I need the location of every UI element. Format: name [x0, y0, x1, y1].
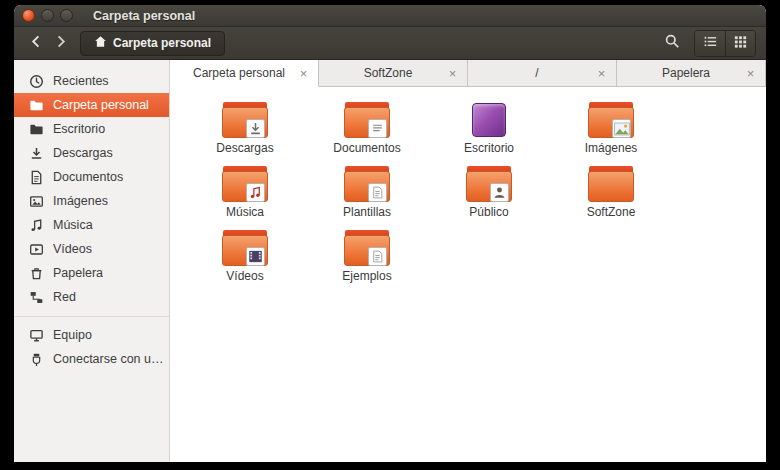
- tab-[interactable]: /×: [468, 60, 617, 86]
- folder-emblem: [368, 119, 387, 138]
- folder-templates-icon: [344, 164, 390, 204]
- tab-carpeta-personal[interactable]: Carpeta personal×: [170, 60, 319, 87]
- sidebar-item-label: Documentos: [53, 170, 123, 184]
- computer-icon: [28, 327, 44, 343]
- sidebar-item-label: Escritorio: [53, 122, 105, 136]
- file-item-descargas[interactable]: Descargas: [184, 100, 306, 164]
- sidebar-item-label: Recientes: [53, 74, 109, 88]
- sidebar: RecientesCarpeta personalEscritorioDesca…: [14, 60, 170, 462]
- folder-emblem: [368, 247, 387, 266]
- file-item-escritorio[interactable]: Escritorio: [428, 100, 550, 164]
- sidebar-item-label: Vídeos: [53, 242, 92, 256]
- folder-emblem: [612, 119, 631, 138]
- folder-images-icon: [588, 100, 634, 140]
- file-item-ejemplos[interactable]: Ejemplos: [306, 228, 428, 292]
- file-label: Imágenes: [585, 141, 638, 155]
- file-label: Público: [469, 205, 508, 219]
- video-icon: [28, 241, 44, 257]
- file-label: SoftZone: [587, 205, 636, 219]
- file-item-publico[interactable]: Público: [428, 164, 550, 228]
- file-label: Escritorio: [464, 141, 514, 155]
- sidebar-item-label: Equipo: [53, 328, 92, 342]
- file-manager-window: Carpeta personal Carpeta personal: [14, 5, 766, 462]
- sidebar-item-red[interactable]: Red: [14, 285, 169, 309]
- sidebar-item-label: Red: [53, 290, 76, 304]
- folder-emblem: [490, 183, 509, 202]
- file-label: Ejemplos: [342, 269, 391, 283]
- tab-label: SoftZone: [331, 66, 445, 80]
- forward-button[interactable]: [48, 30, 72, 56]
- tab-papelera[interactable]: Papelera×: [617, 60, 766, 86]
- trash-icon: [28, 265, 44, 281]
- tab-close-icon[interactable]: ×: [445, 67, 460, 80]
- sidebar-item-descargas[interactable]: Descargas: [14, 141, 169, 165]
- file-item-softzone[interactable]: SoftZone: [550, 164, 672, 228]
- sidebar-item-videos[interactable]: Vídeos: [14, 237, 169, 261]
- music-icon: [28, 217, 44, 233]
- tab-close-icon[interactable]: ×: [594, 67, 609, 80]
- tab-close-icon[interactable]: ×: [296, 67, 311, 80]
- folder-emblem: [246, 247, 265, 266]
- folder-documents-icon: [344, 100, 390, 140]
- network-icon: [28, 289, 44, 305]
- folder-music-icon: [222, 164, 268, 204]
- tab-close-icon[interactable]: ×: [743, 67, 758, 80]
- search-button[interactable]: [658, 30, 686, 56]
- sidebar-item-carpeta-personal[interactable]: Carpeta personal: [14, 93, 169, 117]
- file-grid: DescargasDocumentosEscritorioImágenesMús…: [170, 87, 766, 462]
- breadcrumb-label: Carpeta personal: [113, 36, 211, 50]
- file-label: Descargas: [216, 141, 273, 155]
- screenshot-stage: Carpeta personal Carpeta personal: [0, 0, 780, 470]
- file-item-videos[interactable]: Vídeos: [184, 228, 306, 292]
- sidebar-item-label: Descargas: [53, 146, 113, 160]
- back-button[interactable]: [24, 30, 48, 56]
- list-view-button[interactable]: [695, 31, 725, 56]
- sidebar-item-musica[interactable]: Música: [14, 213, 169, 237]
- view-toggle-group: [694, 30, 756, 57]
- forward-icon: [53, 34, 68, 53]
- document-icon: [28, 169, 44, 185]
- list-view-icon: [703, 34, 718, 53]
- titlebar: Carpeta personal: [14, 5, 766, 27]
- back-icon: [29, 34, 44, 53]
- tab-label: Carpeta personal: [182, 66, 296, 80]
- folder-plain-icon: [588, 164, 634, 204]
- tab-label: /: [480, 66, 594, 80]
- maximize-button[interactable]: [60, 9, 73, 22]
- grid-view-button[interactable]: [725, 31, 755, 56]
- content-pane: Carpeta personal×SoftZone×/×Papelera× De…: [170, 60, 766, 462]
- folder-videos-icon: [222, 228, 268, 268]
- file-item-documentos[interactable]: Documentos: [306, 100, 428, 164]
- sidebar-item-conectarse-con-un[interactable]: Conectarse con un ...: [14, 347, 169, 371]
- sidebar-item-documentos[interactable]: Documentos: [14, 165, 169, 189]
- breadcrumb[interactable]: Carpeta personal: [80, 31, 225, 56]
- file-item-plantillas[interactable]: Plantillas: [306, 164, 428, 228]
- desktop-icon: [466, 100, 512, 140]
- tab-softzone[interactable]: SoftZone×: [319, 60, 468, 86]
- sidebar-item-papelera[interactable]: Papelera: [14, 261, 169, 285]
- file-item-musica[interactable]: Música: [184, 164, 306, 228]
- folder-body: [588, 171, 634, 202]
- sidebar-item-recientes[interactable]: Recientes: [14, 69, 169, 93]
- close-button[interactable]: [22, 9, 35, 22]
- window-body: RecientesCarpeta personalEscritorioDesca…: [14, 60, 766, 462]
- sidebar-item-escritorio[interactable]: Escritorio: [14, 117, 169, 141]
- window-title: Carpeta personal: [93, 9, 195, 23]
- sidebar-item-equipo[interactable]: Equipo: [14, 323, 169, 347]
- grid-view-icon: [733, 34, 748, 53]
- file-label: Documentos: [333, 141, 400, 155]
- sidebar-devices-list: EquipoConectarse con un ...: [14, 323, 169, 371]
- file-label: Música: [226, 205, 264, 219]
- connect-icon: [28, 351, 44, 367]
- sidebar-item-imagenes[interactable]: Imágenes: [14, 189, 169, 213]
- tab-label: Papelera: [629, 66, 743, 80]
- file-item-imagenes[interactable]: Imágenes: [550, 100, 672, 164]
- toolbar: Carpeta personal: [14, 27, 766, 60]
- folder-emblem: [246, 183, 265, 202]
- folder-download-icon: [222, 100, 268, 140]
- image-icon: [28, 193, 44, 209]
- tab-bar: Carpeta personal×SoftZone×/×Papelera×: [170, 60, 766, 87]
- minimize-button[interactable]: [41, 9, 54, 22]
- sidebar-item-label: Música: [53, 218, 93, 232]
- sidebar-item-label: Imágenes: [53, 194, 108, 208]
